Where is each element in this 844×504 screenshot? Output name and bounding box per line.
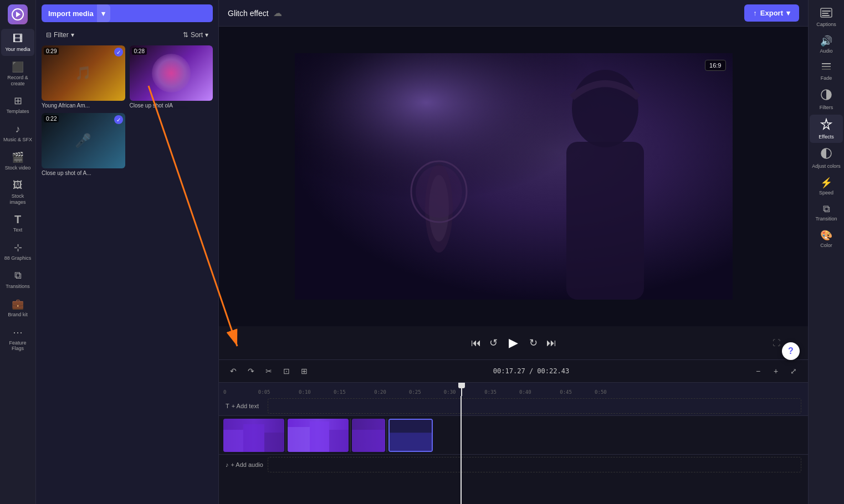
clip-1-thumbnail	[223, 419, 284, 452]
zoom-in-button[interactable]: +	[768, 363, 784, 379]
video-clip-3[interactable]	[352, 419, 385, 452]
adjust-colors-label: Adjust colors	[812, 163, 841, 169]
stock-images-icon: 🖼	[11, 179, 24, 192]
right-sidebar: Captions 🔊 Audio Fade Filters	[808, 0, 844, 504]
effects-label: Effects	[819, 134, 833, 140]
sidebar-item-stock-video[interactable]: 🎬 Stock video	[1, 147, 34, 174]
undo-button[interactable]: ↶	[226, 363, 241, 379]
fade-icon	[821, 61, 832, 74]
copy-button[interactable]: ⊡	[279, 363, 294, 379]
skip-to-start-button[interactable]: ⏮	[467, 334, 485, 352]
media-label-text-1: Young African Am...	[42, 102, 90, 109]
effect-name: Glitch effect ☁	[228, 8, 282, 18]
media-item-2[interactable]: 0:28 Close up shot olA ☞	[130, 45, 213, 109]
right-item-transition[interactable]: ⧉ Transition	[810, 200, 843, 225]
export-button[interactable]: ↑ Export ▾	[744, 4, 799, 22]
help-button[interactable]: ?	[782, 342, 800, 360]
media-item-3[interactable]: 🎤 0:22 ✓ Close up shot of A...	[42, 113, 125, 176]
import-media-label: Import media	[48, 9, 94, 18]
right-item-adjust-colors[interactable]: Adjust colors	[810, 144, 843, 172]
sidebar-item-graphics[interactable]: ⊹ 88 Graphics	[1, 238, 34, 265]
media-thumb-1: 🎵 0:29 ✓	[42, 45, 125, 101]
sidebar-item-record-create[interactable]: ⬛ Record & create	[1, 57, 34, 90]
svg-rect-5	[295, 53, 733, 300]
left-sidebar: 🎞 Your media ⬛ Record & create ⊞ Templat…	[0, 0, 36, 504]
redo-button[interactable]: ↷	[243, 363, 259, 379]
sidebar-item-transitions[interactable]: ⧉ Transitions	[1, 266, 34, 293]
expand-timeline-button[interactable]: ⤢	[786, 363, 801, 379]
text-track-icon: T	[226, 403, 229, 409]
sidebar-item-brand-kit[interactable]: 💼 Brand kit	[1, 294, 34, 321]
transition-label: Transition	[815, 216, 837, 222]
playback-row: ⏮ ↺ ▶ ↻ ⏭ ⛶ ⌄	[219, 332, 808, 354]
fade-label: Fade	[821, 75, 832, 81]
clip-divider-3	[386, 419, 387, 452]
sidebar-item-stock-images[interactable]: 🖼 Stock images	[1, 176, 34, 209]
add-audio-button[interactable]: ♪ + Add audio	[226, 461, 263, 468]
text-track: T + Add text	[219, 396, 808, 416]
right-item-effects[interactable]: Effects	[810, 115, 843, 143]
fullscreen-button[interactable]: ⛶	[773, 338, 780, 347]
right-item-captions[interactable]: Captions	[810, 4, 843, 30]
right-item-speed[interactable]: ⚡ Speed	[810, 173, 843, 199]
sort-label: Sort	[191, 31, 203, 39]
sidebar-item-music-sfx[interactable]: ♪ Music & SFX	[1, 119, 34, 146]
timecode-display: 00:17.27 / 00:22.43	[493, 367, 569, 375]
video-clip-4[interactable]	[388, 419, 433, 452]
paste-button[interactable]: ⊞	[296, 363, 312, 379]
svg-rect-23	[390, 433, 432, 451]
filter-label: Filter	[54, 31, 69, 39]
adjust-colors-icon	[820, 147, 832, 162]
timeline-area: ↶ ↷ ✂ ⊡ ⊞ 00:17.27 / 00:22.43 − + ⤢ 0 0:…	[219, 360, 808, 504]
filters-label: Filters	[820, 105, 833, 110]
filter-button[interactable]: ⊟ Filter ▾	[42, 29, 79, 41]
graphics-icon: ⊹	[11, 241, 24, 254]
sort-button[interactable]: ⇅ Sort ▾	[178, 29, 213, 41]
timeline-ruler: 0 0:05 0:10 0:15 0:20 0:25 0:30 0:35 0:4…	[219, 383, 808, 396]
sidebar-item-label: Your media	[5, 47, 30, 53]
svg-rect-21	[352, 430, 385, 452]
cut-button[interactable]: ✂	[261, 363, 277, 379]
sidebar-label-transitions: Transitions	[6, 284, 30, 290]
skip-forward-button[interactable]: ↻	[525, 334, 543, 352]
ruler-mark-0: 0	[223, 389, 226, 395]
media-panel-header: Import media ▾	[36, 0, 218, 27]
effects-icon	[820, 118, 832, 133]
help-label: ?	[788, 346, 794, 356]
text-icon: T	[11, 213, 24, 226]
import-media-button[interactable]: Import media ▾	[42, 4, 213, 22]
sidebar-item-your-media[interactable]: 🎞 Your media	[1, 29, 34, 56]
sidebar-item-feature-flags[interactable]: ⋯ Feature Flags	[1, 322, 34, 356]
media-item-1[interactable]: 🎵 0:29 ✓ Young African Am...	[42, 45, 125, 109]
import-dropdown-arrow[interactable]: ▾	[97, 4, 110, 22]
video-content-svg	[295, 53, 733, 300]
sidebar-item-text[interactable]: T Text	[1, 209, 34, 236]
clip-divider-2	[350, 419, 351, 452]
zoom-out-button[interactable]: −	[750, 363, 766, 379]
filters-icon	[820, 89, 832, 104]
sidebar-label-templates: Templates	[6, 109, 29, 115]
video-track	[219, 416, 808, 455]
timeline-toolbar: ↶ ↷ ✂ ⊡ ⊞ 00:17.27 / 00:22.43 − + ⤢	[219, 360, 808, 383]
video-clip-2[interactable]	[288, 419, 349, 452]
timeline-tracks: T + Add text	[219, 396, 808, 504]
skip-to-end-button[interactable]: ⏭	[543, 334, 560, 352]
templates-icon: ⊞	[11, 94, 24, 107]
sidebar-item-templates[interactable]: ⊞ Templates	[1, 91, 34, 118]
video-preview: 16:9	[219, 27, 808, 326]
add-text-button[interactable]: T + Add text	[226, 403, 259, 409]
media-label-text-3: Close up shot of A...	[42, 170, 91, 176]
ruler-mark-10: 0:10	[299, 389, 311, 395]
media-duration-2: 0:28	[132, 48, 147, 55]
play-pause-button[interactable]: ▶	[503, 332, 525, 354]
right-item-fade[interactable]: Fade	[810, 58, 843, 84]
color-icon: 🎨	[820, 229, 832, 241]
svg-rect-18	[310, 421, 329, 452]
skip-back-button[interactable]: ↺	[485, 334, 503, 352]
right-item-filters[interactable]: Filters	[810, 85, 843, 114]
right-item-color[interactable]: 🎨 Color	[810, 226, 843, 251]
video-clip-1[interactable]	[223, 419, 284, 452]
right-item-audio[interactable]: 🔊 Audio	[810, 32, 843, 57]
ruler-mark-15: 0:15	[334, 389, 346, 395]
audio-track-area	[268, 457, 801, 472]
